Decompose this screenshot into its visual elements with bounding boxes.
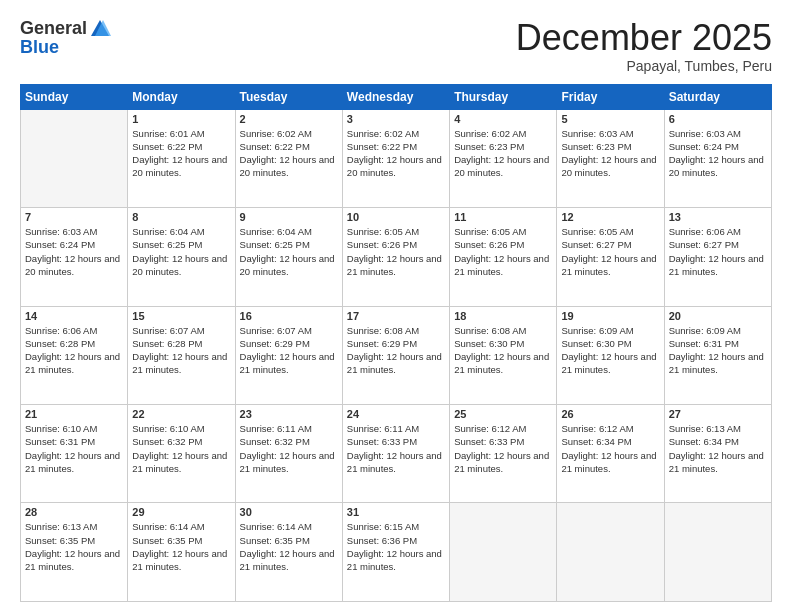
table-row: 4Sunrise: 6:02 AMSunset: 6:23 PMDaylight… xyxy=(450,109,557,207)
col-thursday: Thursday xyxy=(450,84,557,109)
table-row: 28Sunrise: 6:13 AMSunset: 6:35 PMDayligh… xyxy=(21,503,128,602)
month-title: December 2025 xyxy=(516,18,772,58)
day-number: 23 xyxy=(240,408,338,420)
cell-info: Sunrise: 6:06 AMSunset: 6:28 PMDaylight:… xyxy=(25,324,123,377)
cell-info: Sunrise: 6:08 AMSunset: 6:29 PMDaylight:… xyxy=(347,324,445,377)
day-number: 9 xyxy=(240,211,338,223)
cell-info: Sunrise: 6:08 AMSunset: 6:30 PMDaylight:… xyxy=(454,324,552,377)
calendar-week-row: 28Sunrise: 6:13 AMSunset: 6:35 PMDayligh… xyxy=(21,503,772,602)
subtitle: Papayal, Tumbes, Peru xyxy=(516,58,772,74)
cell-info: Sunrise: 6:07 AMSunset: 6:28 PMDaylight:… xyxy=(132,324,230,377)
table-row xyxy=(557,503,664,602)
day-number: 14 xyxy=(25,310,123,322)
table-row: 24Sunrise: 6:11 AMSunset: 6:33 PMDayligh… xyxy=(342,405,449,503)
header: General Blue December 2025 Papayal, Tumb… xyxy=(20,18,772,74)
table-row: 14Sunrise: 6:06 AMSunset: 6:28 PMDayligh… xyxy=(21,306,128,404)
calendar-week-row: 7Sunrise: 6:03 AMSunset: 6:24 PMDaylight… xyxy=(21,208,772,306)
cell-info: Sunrise: 6:09 AMSunset: 6:30 PMDaylight:… xyxy=(561,324,659,377)
table-row: 16Sunrise: 6:07 AMSunset: 6:29 PMDayligh… xyxy=(235,306,342,404)
day-number: 6 xyxy=(669,113,767,125)
table-row: 17Sunrise: 6:08 AMSunset: 6:29 PMDayligh… xyxy=(342,306,449,404)
table-row: 20Sunrise: 6:09 AMSunset: 6:31 PMDayligh… xyxy=(664,306,771,404)
cell-info: Sunrise: 6:02 AMSunset: 6:22 PMDaylight:… xyxy=(240,127,338,180)
cell-info: Sunrise: 6:05 AMSunset: 6:27 PMDaylight:… xyxy=(561,225,659,278)
cell-info: Sunrise: 6:05 AMSunset: 6:26 PMDaylight:… xyxy=(454,225,552,278)
cell-info: Sunrise: 6:12 AMSunset: 6:34 PMDaylight:… xyxy=(561,422,659,475)
day-number: 12 xyxy=(561,211,659,223)
calendar-week-row: 21Sunrise: 6:10 AMSunset: 6:31 PMDayligh… xyxy=(21,405,772,503)
day-number: 15 xyxy=(132,310,230,322)
cell-info: Sunrise: 6:02 AMSunset: 6:23 PMDaylight:… xyxy=(454,127,552,180)
cell-info: Sunrise: 6:11 AMSunset: 6:33 PMDaylight:… xyxy=(347,422,445,475)
table-row: 15Sunrise: 6:07 AMSunset: 6:28 PMDayligh… xyxy=(128,306,235,404)
day-number: 29 xyxy=(132,506,230,518)
cell-info: Sunrise: 6:03 AMSunset: 6:24 PMDaylight:… xyxy=(669,127,767,180)
calendar-header-row: Sunday Monday Tuesday Wednesday Thursday… xyxy=(21,84,772,109)
table-row: 6Sunrise: 6:03 AMSunset: 6:24 PMDaylight… xyxy=(664,109,771,207)
day-number: 1 xyxy=(132,113,230,125)
cell-info: Sunrise: 6:15 AMSunset: 6:36 PMDaylight:… xyxy=(347,520,445,573)
day-number: 21 xyxy=(25,408,123,420)
logo: General Blue xyxy=(20,18,111,58)
calendar-table: Sunday Monday Tuesday Wednesday Thursday… xyxy=(20,84,772,602)
cell-info: Sunrise: 6:07 AMSunset: 6:29 PMDaylight:… xyxy=(240,324,338,377)
table-row: 8Sunrise: 6:04 AMSunset: 6:25 PMDaylight… xyxy=(128,208,235,306)
table-row: 12Sunrise: 6:05 AMSunset: 6:27 PMDayligh… xyxy=(557,208,664,306)
table-row: 5Sunrise: 6:03 AMSunset: 6:23 PMDaylight… xyxy=(557,109,664,207)
cell-info: Sunrise: 6:01 AMSunset: 6:22 PMDaylight:… xyxy=(132,127,230,180)
table-row: 1Sunrise: 6:01 AMSunset: 6:22 PMDaylight… xyxy=(128,109,235,207)
col-friday: Friday xyxy=(557,84,664,109)
table-row: 9Sunrise: 6:04 AMSunset: 6:25 PMDaylight… xyxy=(235,208,342,306)
table-row: 22Sunrise: 6:10 AMSunset: 6:32 PMDayligh… xyxy=(128,405,235,503)
day-number: 18 xyxy=(454,310,552,322)
cell-info: Sunrise: 6:12 AMSunset: 6:33 PMDaylight:… xyxy=(454,422,552,475)
cell-info: Sunrise: 6:13 AMSunset: 6:35 PMDaylight:… xyxy=(25,520,123,573)
day-number: 28 xyxy=(25,506,123,518)
table-row xyxy=(664,503,771,602)
day-number: 7 xyxy=(25,211,123,223)
day-number: 11 xyxy=(454,211,552,223)
page: General Blue December 2025 Papayal, Tumb… xyxy=(0,0,792,612)
cell-info: Sunrise: 6:10 AMSunset: 6:32 PMDaylight:… xyxy=(132,422,230,475)
cell-info: Sunrise: 6:04 AMSunset: 6:25 PMDaylight:… xyxy=(240,225,338,278)
col-wednesday: Wednesday xyxy=(342,84,449,109)
cell-info: Sunrise: 6:14 AMSunset: 6:35 PMDaylight:… xyxy=(240,520,338,573)
table-row: 7Sunrise: 6:03 AMSunset: 6:24 PMDaylight… xyxy=(21,208,128,306)
cell-info: Sunrise: 6:04 AMSunset: 6:25 PMDaylight:… xyxy=(132,225,230,278)
table-row: 26Sunrise: 6:12 AMSunset: 6:34 PMDayligh… xyxy=(557,405,664,503)
table-row xyxy=(450,503,557,602)
day-number: 5 xyxy=(561,113,659,125)
cell-info: Sunrise: 6:03 AMSunset: 6:23 PMDaylight:… xyxy=(561,127,659,180)
table-row: 2Sunrise: 6:02 AMSunset: 6:22 PMDaylight… xyxy=(235,109,342,207)
day-number: 17 xyxy=(347,310,445,322)
cell-info: Sunrise: 6:10 AMSunset: 6:31 PMDaylight:… xyxy=(25,422,123,475)
cell-info: Sunrise: 6:09 AMSunset: 6:31 PMDaylight:… xyxy=(669,324,767,377)
day-number: 19 xyxy=(561,310,659,322)
table-row: 23Sunrise: 6:11 AMSunset: 6:32 PMDayligh… xyxy=(235,405,342,503)
table-row xyxy=(21,109,128,207)
col-saturday: Saturday xyxy=(664,84,771,109)
day-number: 25 xyxy=(454,408,552,420)
day-number: 16 xyxy=(240,310,338,322)
table-row: 10Sunrise: 6:05 AMSunset: 6:26 PMDayligh… xyxy=(342,208,449,306)
day-number: 22 xyxy=(132,408,230,420)
day-number: 4 xyxy=(454,113,552,125)
table-row: 13Sunrise: 6:06 AMSunset: 6:27 PMDayligh… xyxy=(664,208,771,306)
logo-icon xyxy=(89,18,111,40)
title-block: December 2025 Papayal, Tumbes, Peru xyxy=(516,18,772,74)
cell-info: Sunrise: 6:02 AMSunset: 6:22 PMDaylight:… xyxy=(347,127,445,180)
day-number: 8 xyxy=(132,211,230,223)
day-number: 20 xyxy=(669,310,767,322)
day-number: 2 xyxy=(240,113,338,125)
cell-info: Sunrise: 6:13 AMSunset: 6:34 PMDaylight:… xyxy=(669,422,767,475)
day-number: 27 xyxy=(669,408,767,420)
calendar-week-row: 14Sunrise: 6:06 AMSunset: 6:28 PMDayligh… xyxy=(21,306,772,404)
logo-general: General xyxy=(20,19,87,39)
calendar-week-row: 1Sunrise: 6:01 AMSunset: 6:22 PMDaylight… xyxy=(21,109,772,207)
day-number: 10 xyxy=(347,211,445,223)
table-row: 30Sunrise: 6:14 AMSunset: 6:35 PMDayligh… xyxy=(235,503,342,602)
cell-info: Sunrise: 6:11 AMSunset: 6:32 PMDaylight:… xyxy=(240,422,338,475)
day-number: 30 xyxy=(240,506,338,518)
day-number: 31 xyxy=(347,506,445,518)
table-row: 11Sunrise: 6:05 AMSunset: 6:26 PMDayligh… xyxy=(450,208,557,306)
